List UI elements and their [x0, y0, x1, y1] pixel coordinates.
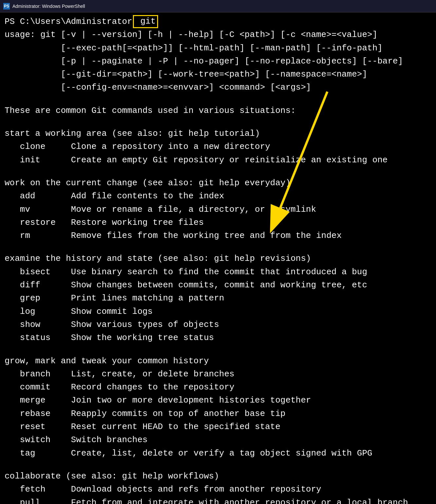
cmd-log: log Show commit logs: [5, 305, 431, 318]
cmd-switch: switch Switch branches: [5, 433, 431, 446]
usage-line-1: usage: git [-v | --version] [-h | --help…: [5, 28, 431, 41]
cmd-grep: grep Print lines matching a pattern: [5, 292, 431, 305]
cmd-restore: restore Restore working tree files: [5, 216, 431, 229]
cmd-pull: pull Fetch from and integrate with anoth…: [5, 496, 431, 504]
blank-5: [5, 345, 431, 353]
title-bar-text: Administrator: Windows PowerShell: [12, 4, 85, 9]
cmd-status: status Show the working tree status: [5, 331, 431, 344]
blank-3: [5, 167, 431, 175]
usage-line-5: [--config-env=<name>=<envvar>] <command>…: [5, 81, 431, 94]
powershell-icon: PS: [3, 3, 10, 9]
section-3-header: examine the history and state (see also:…: [5, 252, 431, 265]
cmd-rebase: rebase Reapply commits on top of another…: [5, 407, 431, 420]
cmd-rm: rm Remove files from the working tree an…: [5, 229, 431, 242]
cmd-clone: clone Clone a repository into a new dire…: [5, 140, 431, 153]
usage-line-2: [--exec-path[=<path>]] [--html-path] [--…: [5, 42, 431, 55]
section-4-header: grow, mark and tweak your common history: [5, 354, 431, 368]
cmd-show: show Show various types of objects: [5, 318, 431, 331]
cmd-reset: reset Reset current HEAD to the specifie…: [5, 420, 431, 433]
section-2-header: work on the current change (see also: gi…: [5, 176, 431, 189]
common-header: These are common Git commands used in va…: [5, 104, 431, 117]
cmd-bisect: bisect Use binary search to find the com…: [5, 265, 431, 279]
section-5-header: collaborate (see also: git help workflow…: [5, 470, 431, 483]
cmd-add: add Add file contents to the index: [5, 189, 431, 203]
prompt-line: PS C:\Users\Administrator git: [5, 15, 431, 28]
blank-6: [5, 460, 431, 468]
section-1-header: start a working area (see also: git help…: [5, 127, 431, 140]
cmd-init: init Create an empty Git repository or r…: [5, 153, 431, 167]
terminal-content: PS C:\Users\Administrator git usage: git…: [0, 12, 436, 504]
cmd-diff: diff Show changes between commits, commi…: [5, 279, 431, 292]
cmd-fetch: fetch Download objects and refs from ano…: [5, 483, 431, 496]
git-highlighted-command: git: [133, 15, 158, 28]
prompt-text: PS C:\Users\Administrator: [5, 17, 132, 27]
cmd-merge: merge Join two or more development histo…: [5, 394, 431, 407]
blank-2: [5, 117, 431, 126]
usage-line-3: [-p | --paginate | -P | --no-pager] [--n…: [5, 55, 431, 68]
cmd-branch: branch List, create, or delete branches: [5, 368, 431, 381]
cmd-mv: mv Move or rename a file, a directory, o…: [5, 203, 431, 216]
title-bar: PS Administrator: Windows PowerShell: [0, 0, 436, 12]
cmd-commit: commit Record changes to the repository: [5, 381, 431, 394]
blank-1: [5, 94, 431, 103]
blank-4: [5, 242, 431, 251]
cmd-tag: tag Create, list, delete or verify a tag…: [5, 447, 431, 460]
usage-line-4: [--git-dir=<path>] [--work-tree=<path>] …: [5, 68, 431, 81]
